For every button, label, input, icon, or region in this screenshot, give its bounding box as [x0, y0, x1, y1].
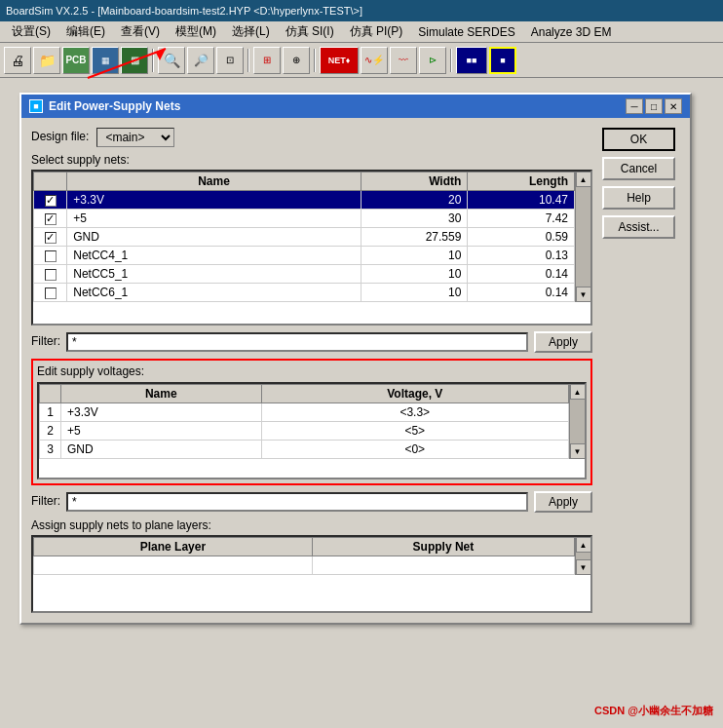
- toolbar: 🖨 📁 PCB ▦ ▩ 🔍 🔎 ⊡ ⊞ ⊕ NET♦ ∿⚡ 〰 ⊳ ■■ ■: [0, 43, 723, 78]
- menu-edit[interactable]: 编辑(E): [58, 21, 113, 42]
- table-row[interactable]: 3 GND <0>: [40, 441, 569, 459]
- menu-sim-pi[interactable]: 仿真 PI(P): [342, 21, 411, 42]
- vol-scroll-down-btn[interactable]: ▼: [570, 443, 586, 459]
- table-row[interactable]: NetCC5_1 10 0.14: [34, 265, 575, 284]
- col-length: Length: [468, 172, 575, 191]
- menu-model[interactable]: 模型(M): [168, 21, 224, 42]
- toolbar-sep-1: [152, 49, 154, 72]
- table-row[interactable]: 2 +5 <5>: [40, 422, 569, 441]
- net-width-6: 10: [361, 284, 468, 302]
- net-checkbox-2[interactable]: [34, 210, 67, 228]
- dialog-edit-power-supply-nets: ■ Edit Power-Supply Nets ─ □ ✕ Design fi…: [19, 93, 692, 625]
- menu-view[interactable]: 查看(V): [113, 21, 168, 42]
- toolbar-btn-probe[interactable]: ⊳: [419, 47, 446, 74]
- toolbar-btn-fit[interactable]: ⊡: [216, 47, 244, 74]
- vol-voltage-2: <5>: [261, 422, 568, 441]
- net-name-1: +3.3V: [67, 191, 361, 210]
- help-button[interactable]: Help: [602, 186, 675, 210]
- table-row[interactable]: GND 27.559 0.59: [34, 228, 575, 247]
- scroll-track[interactable]: [576, 187, 590, 287]
- toolbar-btn-wave[interactable]: ∿⚡: [361, 47, 388, 74]
- table-row[interactable]: [34, 556, 575, 575]
- net-checkbox-6[interactable]: [34, 284, 67, 302]
- design-file-select[interactable]: <main>: [96, 128, 174, 147]
- checkbox-icon-4: [45, 250, 57, 262]
- toolbar-btn-mode2[interactable]: ■: [489, 47, 516, 74]
- table-row[interactable]: 1 +3.3V <3.3>: [40, 403, 569, 422]
- toolbar-btn-grid[interactable]: ▦: [92, 47, 119, 74]
- toolbar-btn-zoom-in[interactable]: 🔍: [158, 47, 185, 74]
- menu-select[interactable]: 选择(L): [224, 21, 278, 42]
- toolbar-btn-mode1[interactable]: ■■: [456, 47, 487, 74]
- col-name: Name: [67, 172, 361, 191]
- apply-button-1[interactable]: Apply: [534, 331, 592, 353]
- toolbar-btn-print[interactable]: 🖨: [4, 47, 31, 74]
- assign-scroll-track[interactable]: [576, 553, 590, 559]
- assign-table-inner: Plane Layer Supply Net: [33, 537, 575, 575]
- net-checkbox-5[interactable]: [34, 265, 67, 284]
- filter-input-1[interactable]: [66, 332, 528, 352]
- toolbar-btn-wave2[interactable]: 〰: [390, 47, 417, 74]
- toolbar-btn-green-pattern[interactable]: ▩: [121, 47, 148, 74]
- vol-id-1: 1: [40, 403, 61, 422]
- voltage-table-container: Name Voltage, V 1 +3.3V <3.3>: [37, 382, 587, 479]
- dialog-restore-btn[interactable]: □: [645, 98, 663, 114]
- net-name-5: NetCC5_1: [67, 265, 361, 284]
- table-row[interactable]: NetCC6_1 10 0.14: [34, 284, 575, 302]
- assign-table-scroll-area: Plane Layer Supply Net: [33, 537, 590, 575]
- dialog-minimize-btn[interactable]: ─: [626, 98, 643, 114]
- checkbox-icon-1: [45, 195, 57, 207]
- dialog-body: Design file: <main> Select supply nets:: [21, 118, 690, 623]
- cancel-button[interactable]: Cancel: [602, 157, 675, 180]
- dialog-close-btn[interactable]: ✕: [665, 98, 682, 114]
- toolbar-btn-pcb[interactable]: PCB: [62, 47, 90, 74]
- menu-serdes[interactable]: Simulate SERDES: [410, 23, 522, 41]
- scroll-up-btn[interactable]: ▲: [576, 172, 591, 187]
- watermark: CSDN @小幽余生不加糖: [594, 704, 713, 718]
- menu-3dem[interactable]: Analyze 3D EM: [523, 23, 620, 41]
- assign-scroll-down-btn[interactable]: ▼: [576, 559, 591, 575]
- scroll-down-btn[interactable]: ▼: [576, 287, 591, 302]
- menu-settings[interactable]: 设置(S): [4, 21, 58, 42]
- filter-input-2[interactable]: [66, 492, 528, 512]
- table-row[interactable]: +3.3V 20 10.47: [34, 191, 575, 210]
- net-checkbox-1[interactable]: [34, 191, 67, 210]
- menu-sim-si[interactable]: 仿真 SI(I): [278, 21, 342, 42]
- toolbar-btn-open[interactable]: 📁: [33, 47, 60, 74]
- net-length-2: 7.42: [468, 210, 575, 228]
- nets-table-scroll-area: Name Width Length +3.3V 20: [33, 172, 590, 302]
- dialog-title-left: ■ Edit Power-Supply Nets: [29, 99, 180, 113]
- apply-button-2[interactable]: Apply: [534, 491, 592, 513]
- nets-table-scrollbar[interactable]: ▲ ▼: [575, 172, 590, 302]
- assign-table-scrollbar[interactable]: ▲ ▼: [575, 537, 590, 575]
- menu-bar: 设置(S) 编辑(E) 查看(V) 模型(M) 选择(L) 仿真 SI(I) 仿…: [0, 21, 723, 43]
- net-length-1: 10.47: [468, 191, 575, 210]
- vol-scroll-up-btn[interactable]: ▲: [570, 384, 586, 400]
- title-bar: BoardSim VX.2.5 - [Mainboard-boardsim-te…: [0, 0, 723, 21]
- vol-scroll-track[interactable]: [570, 400, 585, 443]
- net-width-4: 10: [361, 247, 468, 265]
- table-row[interactable]: +5 30 7.42: [34, 210, 575, 228]
- dialog-left-panel: Design file: <main> Select supply nets:: [31, 128, 592, 613]
- dialog-controls: ─ □ ✕: [626, 98, 682, 114]
- net-checkbox-4[interactable]: [34, 247, 67, 265]
- filter-row-1: Filter: Apply: [31, 331, 592, 353]
- title-text: BoardSim VX.2.5 - [Mainboard-boardsim-te…: [6, 5, 362, 17]
- assist-button[interactable]: Assist...: [602, 215, 675, 239]
- toolbar-btn-route[interactable]: ⊞: [253, 47, 281, 74]
- toolbar-btn-via[interactable]: ⊕: [283, 47, 310, 74]
- toolbar-btn-zoom-out[interactable]: 🔎: [187, 47, 214, 74]
- vol-name-3: GND: [61, 441, 262, 459]
- toolbar-sep-4: [450, 49, 452, 72]
- toolbar-btn-net[interactable]: NET♦: [320, 47, 359, 74]
- net-checkbox-3[interactable]: [34, 228, 67, 247]
- vol-voltage-3: <0>: [261, 441, 568, 459]
- dialog-title-bar: ■ Edit Power-Supply Nets ─ □ ✕: [21, 95, 690, 118]
- ok-button[interactable]: OK: [602, 128, 675, 151]
- table-row[interactable]: NetCC4_1 10 0.13: [34, 247, 575, 265]
- net-name-4: NetCC4_1: [67, 247, 361, 265]
- assign-scroll-up-btn[interactable]: ▲: [576, 537, 591, 553]
- net-width-5: 10: [361, 265, 468, 284]
- voltage-table-scroll-area: Name Voltage, V 1 +3.3V <3.3>: [39, 384, 585, 459]
- voltage-table-scrollbar[interactable]: ▲ ▼: [569, 384, 585, 459]
